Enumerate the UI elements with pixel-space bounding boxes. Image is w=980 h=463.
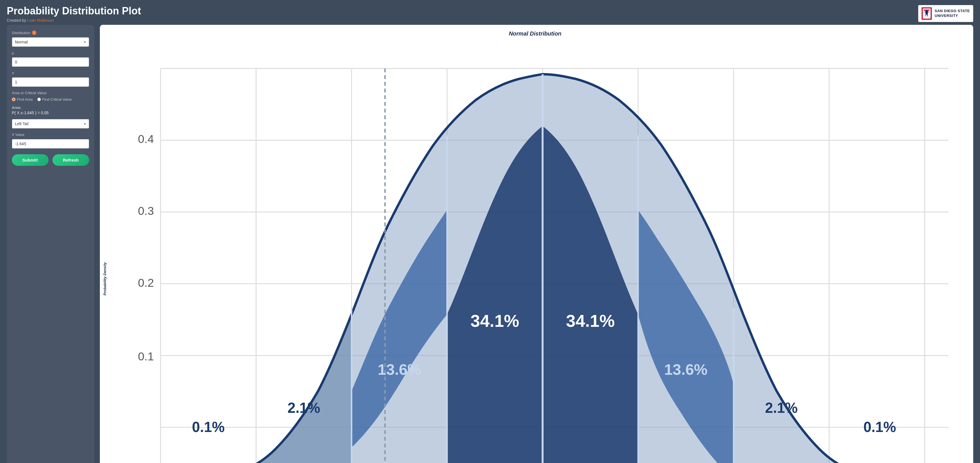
header-left: Probability Distribution Plot Created by… — [7, 5, 141, 22]
pct-136-left: 13.6% — [378, 361, 421, 378]
pct-21-right: 2.1% — [765, 400, 798, 416]
button-row: Submit! Refresh — [12, 154, 89, 166]
sdsu-logo: San Diego State University — [918, 5, 973, 22]
main-content: Distribution i Normal t Chi-squared F μ … — [0, 25, 980, 463]
pct-01-right: 0.1% — [864, 419, 896, 435]
svg-rect-5 — [926, 15, 927, 16]
find-area-radio[interactable] — [12, 98, 16, 101]
svg-text:0.2: 0.2 — [138, 276, 154, 289]
x-value-label: X Value — [12, 133, 89, 137]
subtitle-prefix: Created by — [7, 18, 27, 22]
sdsu-logo-icon — [922, 7, 932, 20]
header-subtitle: Created by Loan Robinson — [7, 18, 141, 22]
sidebar: Distribution i Normal t Chi-squared F μ … — [7, 25, 94, 463]
y-axis-label: Probability Density — [103, 40, 107, 463]
header: Probability Distribution Plot Created by… — [0, 0, 980, 25]
find-area-label: Find Area — [17, 97, 33, 101]
find-area-radio-label[interactable]: Find Area — [12, 97, 33, 101]
sigma-label: σ — [12, 71, 89, 75]
chart-inner: 0.0 0.1 0.2 0.3 0.4 — [108, 40, 967, 463]
mu-field: μ — [12, 51, 89, 67]
distribution-label: Distribution i — [12, 30, 89, 35]
page-title: Probability Distribution Plot — [7, 5, 141, 17]
svg-text:0.1: 0.1 — [138, 350, 154, 363]
pct-341-left: 34.1% — [471, 311, 519, 330]
distribution-select[interactable]: Normal t Chi-squared F — [12, 37, 89, 47]
sigma-field: σ — [12, 71, 89, 87]
distribution-select-wrapper: Normal t Chi-squared F — [12, 37, 89, 47]
distribution-field: Distribution i Normal t Chi-squared F — [12, 30, 89, 47]
submit-button[interactable]: Submit! — [12, 154, 49, 166]
chart-title: Normal Distribution — [103, 30, 967, 37]
sigma-input[interactable] — [12, 77, 89, 87]
area-display: Area: P( X ≤-1.645 ) = 0.05 — [12, 105, 89, 115]
area-cv-field: Area or Critical Value: Find Area Find C… — [12, 91, 89, 101]
area-label: Area: — [12, 105, 89, 110]
pct-136-right: 13.6% — [664, 361, 708, 378]
author-link[interactable]: Loan Robinson — [27, 18, 54, 22]
svg-text:0.4: 0.4 — [138, 133, 154, 146]
chart-svg-container: 0.0 0.1 0.2 0.3 0.4 — [108, 40, 967, 463]
distribution-svg: 0.0 0.1 0.2 0.3 0.4 — [108, 40, 967, 463]
chart-wrapper: Probability Density — [103, 40, 967, 463]
find-cv-radio-label[interactable]: Find Critical Value — [37, 97, 72, 101]
radio-group: Find Area Find Critical Value — [12, 97, 89, 101]
find-cv-radio[interactable] — [37, 98, 41, 101]
chart-area: Normal Distribution Probability Density — [100, 25, 973, 463]
svg-text:0.3: 0.3 — [138, 205, 154, 217]
info-icon[interactable]: i — [32, 30, 37, 35]
refresh-button[interactable]: Refresh — [52, 154, 89, 166]
find-cv-label: Find Critical Value — [42, 97, 72, 101]
pct-21-left: 2.1% — [288, 400, 320, 416]
tail-select-wrapper: Left Tail Right Tail Two Tail Middle — [12, 119, 89, 128]
mu-input[interactable] — [12, 57, 89, 67]
mu-label: μ — [12, 51, 89, 55]
pct-341-right: 34.1% — [566, 311, 615, 330]
x-value-field: X Value — [12, 133, 89, 149]
x-value-input[interactable] — [12, 139, 89, 149]
area-cv-label: Area or Critical Value: — [12, 91, 89, 95]
tail-select[interactable]: Left Tail Right Tail Two Tail Middle — [12, 119, 89, 128]
tail-field: Left Tail Right Tail Two Tail Middle — [12, 119, 89, 128]
sdsu-text: San Diego State University — [935, 9, 970, 18]
pct-01-left: 0.1% — [192, 419, 225, 435]
area-value: P( X ≤-1.645 ) = 0.05 — [12, 111, 89, 115]
